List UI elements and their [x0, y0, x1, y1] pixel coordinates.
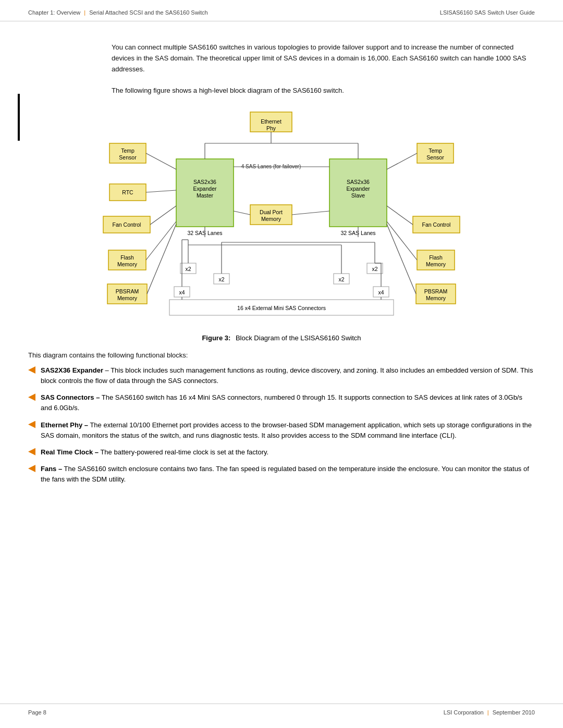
- mini-sas-label: 16 x4 External Mini SAS Connectors: [237, 305, 326, 311]
- svg-text:Memory: Memory: [426, 295, 446, 301]
- list-item-fans: Fans – The SAS6160 switch enclosure cont…: [28, 464, 535, 485]
- intro-paragraph: You can connect multiple SAS6160 switche…: [112, 42, 535, 96]
- margin-bar: [18, 94, 20, 141]
- header-right: LSISAS6160 SAS Switch User Guide: [440, 9, 535, 16]
- footer-right: LSI Corporation | September 2010: [444, 709, 535, 715]
- diagram-svg: Ethernet Phy Temp Sensor RTC Fan Control…: [89, 107, 474, 326]
- svg-text:Master: Master: [197, 192, 214, 199]
- header-left: Chapter 1: Overview | Serial Attached SC…: [28, 9, 208, 16]
- svg-text:Slave: Slave: [351, 192, 365, 199]
- svg-text:Memory: Memory: [426, 261, 446, 267]
- bullet-term-2: SAS Connectors –: [41, 393, 100, 401]
- svg-text:Sensor: Sensor: [426, 154, 444, 161]
- temp-sensor-r-label: Temp: [429, 147, 442, 154]
- svg-text:x2: x2: [185, 266, 191, 272]
- svg-line-32: [234, 211, 250, 215]
- dual-port-memory-label: Dual Port: [260, 209, 283, 215]
- figure-number: Figure 3:: [202, 334, 230, 342]
- svg-text:Memory: Memory: [117, 295, 138, 301]
- list-item-ethernet: Ethernet Phy – The external 10/100 Ether…: [28, 420, 535, 441]
- footer-page-number: Page 8: [28, 709, 46, 715]
- pbsram-l-label: PBSRAM: [116, 288, 139, 294]
- svg-text:Expander: Expander: [347, 186, 370, 192]
- chapter-title: Chapter 1: Overview: [28, 9, 80, 16]
- header-separator: |: [84, 9, 85, 16]
- bullet-term-5: Fans –: [41, 465, 62, 473]
- svg-line-23: [146, 190, 176, 192]
- bullet-icon: [28, 421, 35, 428]
- svg-line-28: [387, 206, 413, 225]
- ethernet-phy-label2: Phy: [266, 125, 276, 131]
- rtc-label: RTC: [122, 189, 133, 195]
- svg-line-30: [387, 224, 416, 294]
- bullet-icon: [28, 448, 35, 455]
- svg-text:Memory: Memory: [261, 216, 282, 222]
- page-header: Chapter 1: Overview | Serial Attached SC…: [0, 0, 563, 21]
- footer-brand: LSI Corporation: [444, 709, 484, 715]
- ethernet-phy-label: Ethernet: [261, 118, 282, 125]
- svg-text:x4: x4: [179, 289, 185, 295]
- svg-line-22: [146, 153, 176, 169]
- bullet-icon: [28, 366, 35, 374]
- bullet-list: SAS2X36 Expander – This block includes s…: [28, 365, 535, 485]
- flash-memory-r-label: Flash: [429, 254, 443, 261]
- expander-master-label: SAS2x36: [193, 179, 216, 185]
- expander-slave-label: SAS2x36: [347, 179, 370, 185]
- footer-separator: |: [487, 709, 489, 715]
- svg-line-26: [147, 224, 176, 294]
- figure-caption: Figure 3: Block Diagram of the LSISAS616…: [28, 334, 535, 342]
- pbsram-r-label: PBSRAM: [424, 288, 447, 294]
- fan-control-r-label: Fan Control: [422, 221, 451, 228]
- bullet-term-1: SAS2X36 Expander: [41, 366, 103, 374]
- svg-text:x4: x4: [378, 289, 384, 295]
- bullet-term-4: Real Time Clock –: [41, 448, 99, 456]
- bullet-icon: [28, 465, 35, 472]
- svg-text:Expander: Expander: [193, 186, 217, 192]
- flash-memory-l-label: Flash: [120, 254, 134, 261]
- diagram-intro-text: This diagram contains the following func…: [28, 351, 535, 359]
- svg-text:x2: x2: [338, 276, 344, 282]
- figure-caption-text: Block Diagram of the LSISAS6160 Switch: [236, 334, 361, 342]
- page-footer: Page 8 LSI Corporation | September 2010: [0, 704, 563, 715]
- svg-line-24: [150, 206, 176, 225]
- svg-text:Memory: Memory: [117, 261, 138, 267]
- doc-title: LSISAS6160 SAS Switch User Guide: [440, 9, 535, 16]
- chapter-subtitle: Serial Attached SCSI and the SAS6160 Swi…: [89, 9, 207, 16]
- svg-line-33: [292, 211, 329, 215]
- svg-text:x2: x2: [372, 266, 377, 272]
- list-item-connectors: SAS Connectors – The SAS6160 switch has …: [28, 392, 535, 413]
- list-item-expander: SAS2X36 Expander – This block includes s…: [28, 365, 535, 386]
- fan-control-l-label: Fan Control: [113, 221, 141, 228]
- svg-line-27: [387, 153, 417, 169]
- footer-date: September 2010: [493, 709, 535, 715]
- page-content: You can connect multiple SAS6160 switche…: [0, 21, 563, 512]
- diagram-container: Ethernet Phy Temp Sensor RTC Fan Control…: [28, 107, 535, 326]
- temp-sensor-l-label: Temp: [121, 147, 134, 154]
- bullet-term-3: Ethernet Phy –: [41, 421, 88, 429]
- list-item-rtc: Real Time Clock – The battery-powered re…: [28, 447, 535, 458]
- block-diagram: Ethernet Phy Temp Sensor RTC Fan Control…: [89, 107, 474, 326]
- svg-text:Sensor: Sensor: [119, 154, 137, 161]
- svg-text:x2: x2: [218, 276, 224, 282]
- bullet-icon: [28, 393, 35, 401]
